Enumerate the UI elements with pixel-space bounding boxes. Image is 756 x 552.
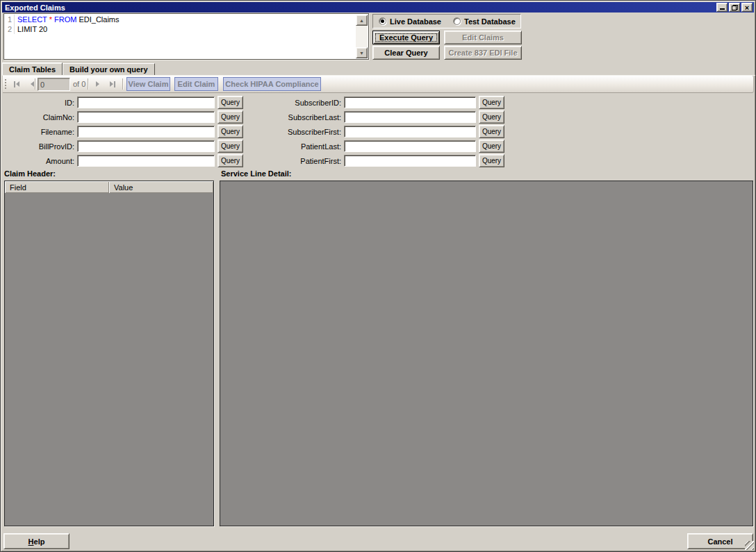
close-icon: × bbox=[745, 4, 749, 11]
query-button-filename[interactable]: Query bbox=[217, 125, 243, 138]
last-record-icon bbox=[110, 81, 113, 87]
test-database-label: Test Database bbox=[464, 17, 516, 26]
field-label-amount: Amount: bbox=[8, 157, 74, 166]
window-controls: × bbox=[716, 3, 753, 12]
claim-header-columns: Field Value bbox=[5, 181, 213, 193]
cancel-button[interactable]: Cancel bbox=[687, 533, 753, 549]
field-input-id[interactable] bbox=[77, 97, 215, 108]
query-button-subscriberlast[interactable]: Query bbox=[479, 110, 504, 124]
minimize-icon bbox=[720, 4, 725, 10]
field-input-subscriberlast[interactable] bbox=[344, 111, 476, 123]
minimize-button[interactable] bbox=[716, 3, 728, 12]
column-header-field[interactable]: Field bbox=[5, 181, 109, 193]
sql-line-1: 1 SELECT * FROM EDI_Claims bbox=[4, 15, 356, 24]
sql-line-2: 2 LIMIT 20 bbox=[4, 24, 356, 34]
column-header-value[interactable]: Value bbox=[109, 181, 213, 193]
radio-selected-icon bbox=[379, 17, 386, 25]
query-button-claimno[interactable]: Query bbox=[217, 110, 243, 124]
first-record-button[interactable] bbox=[9, 77, 24, 91]
field-input-subscriberid[interactable] bbox=[344, 97, 476, 108]
record-navigation-toolbar: of 0 View Claim Edit Claim Check HIPAA C… bbox=[3, 76, 754, 93]
claim-header-grid[interactable]: Field Value bbox=[4, 181, 214, 526]
sql-lines: 1 SELECT * FROM EDI_Claims 2 LIMIT 20 bbox=[4, 15, 356, 58]
window-resize-grip[interactable] bbox=[745, 541, 754, 550]
toolbar-separator bbox=[88, 78, 88, 90]
field-label-subscriberid: SubscriberID: bbox=[265, 99, 341, 108]
field-label-claimno: ClaimNo: bbox=[8, 113, 74, 122]
sql-keyword: FROM bbox=[54, 15, 76, 24]
scroll-down-icon: ▼ bbox=[359, 51, 364, 56]
query-button-subscriberid[interactable]: Query bbox=[479, 96, 504, 109]
record-count-label: of 0 bbox=[73, 80, 85, 88]
scroll-up-button[interactable]: ▲ bbox=[356, 15, 368, 26]
clear-query-button[interactable]: Clear Query bbox=[372, 46, 440, 60]
last-record-button[interactable] bbox=[105, 77, 120, 91]
query-button-id[interactable]: Query bbox=[217, 96, 243, 109]
field-label-id: ID: bbox=[8, 99, 74, 108]
database-selector-panel: Live Database Test Database bbox=[372, 14, 521, 28]
live-database-label: Live Database bbox=[390, 17, 441, 26]
sql-keyword: SELECT bbox=[17, 15, 47, 24]
query-button-amount[interactable]: Query bbox=[217, 154, 243, 167]
field-input-claimno[interactable] bbox=[77, 111, 215, 123]
close-button[interactable]: × bbox=[741, 3, 753, 12]
sql-table-name: EDI_Claims bbox=[79, 15, 119, 24]
next-record-button[interactable] bbox=[90, 77, 105, 91]
sql-query-editor[interactable]: 1 SELECT * FROM EDI_Claims 2 LIMIT 20 ▲ … bbox=[3, 13, 369, 60]
title-bar[interactable]: Exported Claims × bbox=[2, 2, 754, 12]
query-button-patientlast[interactable]: Query bbox=[479, 140, 504, 153]
service-line-detail-label: Service Line Detail: bbox=[221, 169, 292, 178]
next-record-icon bbox=[96, 81, 99, 87]
field-input-subscriberfirst[interactable] bbox=[344, 126, 476, 137]
editor-scrollbar[interactable]: ▲ ▼ bbox=[356, 15, 368, 58]
record-position-input[interactable] bbox=[38, 78, 70, 91]
field-input-patientlast[interactable] bbox=[344, 140, 476, 152]
line-number: 2 bbox=[4, 24, 15, 34]
field-input-billprovid[interactable] bbox=[77, 140, 215, 152]
edit-claims-button: Edit Claims bbox=[444, 31, 522, 44]
check-hipaa-compliance-button[interactable]: Check HIPAA Compliance bbox=[223, 77, 321, 91]
toolbar-grip-icon[interactable] bbox=[5, 79, 6, 90]
toolbar-separator bbox=[122, 78, 123, 90]
sql-limit-clause: LIMIT 20 bbox=[15, 24, 47, 34]
sql-star: * bbox=[49, 15, 52, 24]
field-input-patientfirst[interactable] bbox=[344, 155, 476, 167]
query-button-subscriberfirst[interactable]: Query bbox=[479, 125, 504, 138]
field-input-amount[interactable] bbox=[77, 155, 215, 167]
query-button-billprovid[interactable]: Query bbox=[217, 140, 243, 153]
line-number: 1 bbox=[4, 15, 15, 24]
view-claim-button[interactable]: View Claim bbox=[126, 77, 170, 91]
previous-record-icon bbox=[31, 81, 34, 87]
claim-header-label: Claim Header: bbox=[4, 169, 56, 178]
execute-query-button[interactable]: Execute Query bbox=[372, 31, 440, 44]
scroll-down-button[interactable]: ▼ bbox=[356, 47, 368, 58]
field-label-billprovid: BillProvID: bbox=[8, 142, 74, 151]
help-button[interactable]: Help bbox=[3, 533, 69, 549]
tab-build-your-own-query[interactable]: Build your own query bbox=[63, 63, 154, 75]
tab-claim-tables[interactable]: Claim Tables bbox=[2, 62, 63, 75]
field-label-patientfirst: PatientFirst: bbox=[265, 157, 341, 166]
field-label-filename: Filename: bbox=[8, 128, 74, 137]
test-database-radio[interactable]: Test Database bbox=[453, 17, 516, 26]
service-line-detail-grid[interactable] bbox=[220, 181, 753, 526]
field-input-filename[interactable] bbox=[77, 126, 215, 137]
field-label-subscriberfirst: SubscriberFirst: bbox=[265, 128, 341, 137]
edit-claim-button[interactable]: Edit Claim bbox=[174, 77, 218, 91]
window-title: Exported Claims bbox=[5, 3, 65, 12]
field-label-patientlast: PatientLast: bbox=[265, 142, 341, 151]
field-label-subscriberlast: SubscriberLast: bbox=[265, 113, 341, 122]
restore-button[interactable] bbox=[729, 3, 740, 12]
first-record-icon bbox=[16, 81, 19, 87]
exported-claims-window: Exported Claims × 1 SELECT * FROM EDI_Cl… bbox=[0, 0, 756, 552]
restore-icon bbox=[732, 5, 738, 10]
live-database-radio[interactable]: Live Database bbox=[379, 17, 441, 26]
create-837-edi-file-button: Create 837 EDI File bbox=[444, 46, 522, 60]
tab-strip: Claim Tables Build your own query bbox=[2, 62, 155, 75]
scroll-up-icon: ▲ bbox=[359, 18, 364, 23]
radio-unselected-icon bbox=[453, 17, 461, 25]
toolbar-separator bbox=[35, 78, 35, 90]
query-button-patientfirst[interactable]: Query bbox=[479, 154, 504, 167]
